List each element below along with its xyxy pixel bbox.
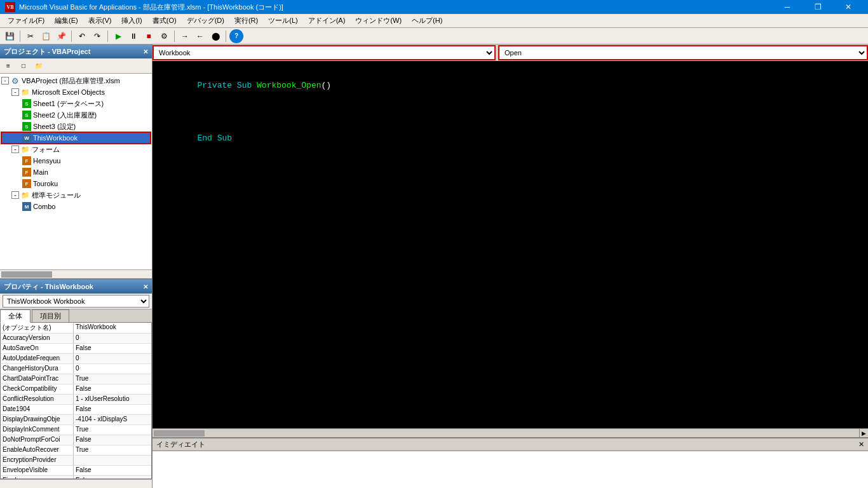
- tree-item-forms[interactable]: - 📁 フォーム: [1, 144, 151, 155]
- tree-item-sheet1[interactable]: S Sheet1 (データベース): [1, 98, 151, 109]
- tree-toggle-vbaproject[interactable]: -: [1, 77, 9, 85]
- toolbar-copy[interactable]: 📋: [39, 29, 53, 43]
- table-row: AutoSaveOnFalse: [1, 344, 151, 354]
- menu-file[interactable]: ファイル(F): [3, 15, 50, 27]
- main-layout: プロジェクト - VBAProject ✕ ≡ □ 📁 - ⚙ VBAProje…: [0, 44, 868, 488]
- tree-item-sheet2[interactable]: S Sheet2 (入出庫履歴): [1, 109, 151, 121]
- tree-item-vbaproject[interactable]: - ⚙ VBAProject (部品在庫管理.xlsm: [1, 75, 151, 86]
- toolbar-stop[interactable]: ■: [142, 29, 156, 43]
- table-row: Date1904False: [1, 405, 151, 415]
- prop-val: False: [74, 344, 151, 353]
- project-tree[interactable]: - ⚙ VBAProject (部品在庫管理.xlsm - 📁 Microsof…: [0, 74, 152, 269]
- forms-icon: 📁: [20, 144, 31, 154]
- toolbar-run[interactable]: ▶: [111, 29, 125, 43]
- tree-item-hensyuu[interactable]: F Hensyuu: [1, 155, 151, 166]
- tree-item-combo[interactable]: M Combo: [1, 201, 151, 212]
- left-panel: プロジェクト - VBAProject ✕ ≡ □ 📁 - ⚙ VBAProje…: [0, 44, 153, 488]
- properties-panel-close[interactable]: ✕: [143, 283, 148, 290]
- tree-item-modules[interactable]: - 📁 標準モジュール: [1, 189, 151, 201]
- prop-val: 0: [74, 354, 151, 363]
- props-scroll-x[interactable]: [0, 479, 152, 488]
- scroll-right-btn[interactable]: ▶: [859, 429, 868, 438]
- toolbar-cut[interactable]: ✂: [24, 29, 37, 43]
- menu-help[interactable]: ヘルプ(H): [407, 15, 447, 27]
- tree-item-excel-objects[interactable]: - 📁 Microsoft Excel Objects: [1, 86, 151, 98]
- proc-parens: (): [321, 81, 331, 90]
- title-bar-controls: ─ ❐ ✕: [773, 0, 863, 14]
- prop-key: DisplayInkComment: [1, 425, 74, 435]
- code-line-1: Private Sub Workbook_Open(): [158, 66, 863, 105]
- tree-item-sheet3[interactable]: S Sheet3 (設定): [1, 121, 151, 132]
- menu-insert[interactable]: 挿入(I): [116, 15, 147, 27]
- toolbar-breakpoint[interactable]: ⬤: [208, 29, 222, 43]
- tree-item-touroku[interactable]: F Touroku: [1, 178, 151, 189]
- prop-key: ChangeHistoryDura: [1, 364, 74, 374]
- toolbar-undo[interactable]: ↶: [75, 29, 89, 43]
- props-dropdown-row: ThisWorkbook Workbook: [0, 294, 152, 309]
- object-select[interactable]: Workbook: [153, 45, 496, 60]
- menu-debug[interactable]: デバッグ(D): [182, 15, 229, 27]
- title-bar-text: Microsoft Visual Basic for Applications …: [19, 3, 283, 12]
- table-row: EnvelopeVisibleFalse: [1, 466, 151, 476]
- tree-toggle-excel-objects[interactable]: -: [11, 88, 19, 96]
- immediate-content[interactable]: [153, 451, 868, 488]
- toolbar-save[interactable]: 💾: [3, 29, 17, 43]
- table-row: ConflictResolution1 - xlUserResolutio: [1, 395, 151, 405]
- tree-label-hensyuu: Hensyuu: [33, 157, 60, 165]
- menu-edit[interactable]: 編集(E): [50, 15, 83, 27]
- minimize-button[interactable]: ─: [773, 0, 802, 14]
- project-view-code[interactable]: ≡: [1, 59, 15, 73]
- code-scrollbar-x[interactable]: ▶: [153, 428, 868, 437]
- props-object-dropdown[interactable]: ThisWorkbook Workbook: [3, 295, 149, 308]
- toolbar-design[interactable]: ⚙: [157, 29, 171, 43]
- table-row: CheckCompatibilityFalse: [1, 384, 151, 395]
- tree-toggle-forms[interactable]: -: [11, 146, 19, 153]
- title-bar: VB Microsoft Visual Basic for Applicatio…: [0, 0, 868, 14]
- menu-format[interactable]: 書式(O): [147, 15, 182, 27]
- menu-view[interactable]: 表示(V): [83, 15, 117, 27]
- procedure-select[interactable]: Open: [498, 45, 868, 60]
- menu-tools[interactable]: ツール(L): [263, 15, 302, 27]
- code-editor[interactable]: Private Sub Workbook_Open() End Sub: [153, 61, 868, 428]
- toolbar-help[interactable]: ?: [229, 29, 243, 43]
- toolbar-sep-5: [226, 30, 226, 42]
- project-view-object[interactable]: □: [17, 59, 31, 73]
- toolbar-outdent[interactable]: ←: [193, 29, 207, 43]
- menu-window[interactable]: ウィンドウ(W): [350, 15, 407, 27]
- project-panel-header: プロジェクト - VBAProject ✕: [0, 44, 152, 58]
- tab-category[interactable]: 項目別: [32, 309, 69, 322]
- props-table[interactable]: (オブジェクト名)ThisWorkbookAccuracyVersion0Aut…: [0, 322, 152, 479]
- prop-key: ChartDataPointTrac: [1, 374, 74, 384]
- project-panel-close[interactable]: ✕: [143, 48, 148, 55]
- tree-item-main[interactable]: F Main: [1, 166, 151, 178]
- project-panel: プロジェクト - VBAProject ✕ ≡ □ 📁 - ⚙ VBAProje…: [0, 44, 152, 278]
- main-icon: F: [22, 167, 32, 177]
- maximize-button[interactable]: ❐: [803, 0, 832, 14]
- immediate-panel: イミディエイト ✕: [153, 437, 868, 488]
- toolbar-paste[interactable]: 📌: [54, 29, 68, 43]
- tree-scroll-x[interactable]: [0, 269, 152, 278]
- code-scrollbar-thumb[interactable]: [154, 430, 205, 437]
- tree-item-thisworkbook[interactable]: W ThisWorkbook: [1, 132, 151, 144]
- tree-toggle-modules[interactable]: -: [11, 191, 19, 199]
- project-panel-title: プロジェクト - VBAProject: [4, 47, 90, 57]
- prop-val: -4104 - xlDisplayS: [74, 415, 151, 424]
- table-row: EncryptionProvider: [1, 456, 151, 466]
- table-row: EnableAutoRecoverTrue: [1, 445, 151, 456]
- immediate-close[interactable]: ✕: [858, 440, 864, 449]
- toolbar-indent[interactable]: →: [178, 29, 192, 43]
- tab-all[interactable]: 全体: [0, 309, 31, 323]
- project-toggle-folders[interactable]: 📁: [32, 59, 46, 73]
- properties-panel-header: プロパティ - ThisWorkbook ✕: [0, 280, 152, 294]
- modules-icon: 📁: [20, 190, 31, 200]
- toolbar-redo[interactable]: ↷: [90, 29, 104, 43]
- toolbar-sep-3: [107, 30, 108, 42]
- combo-icon: M: [22, 201, 32, 212]
- table-row: AutoUpdateFrequen0: [1, 354, 151, 364]
- menu-run[interactable]: 実行(R): [229, 15, 263, 27]
- touroku-icon: F: [22, 179, 32, 189]
- toolbar-pause[interactable]: ⏸: [126, 29, 140, 43]
- prop-val: [74, 456, 151, 465]
- close-button[interactable]: ✕: [834, 0, 863, 14]
- menu-addin[interactable]: アドイン(A): [303, 15, 351, 27]
